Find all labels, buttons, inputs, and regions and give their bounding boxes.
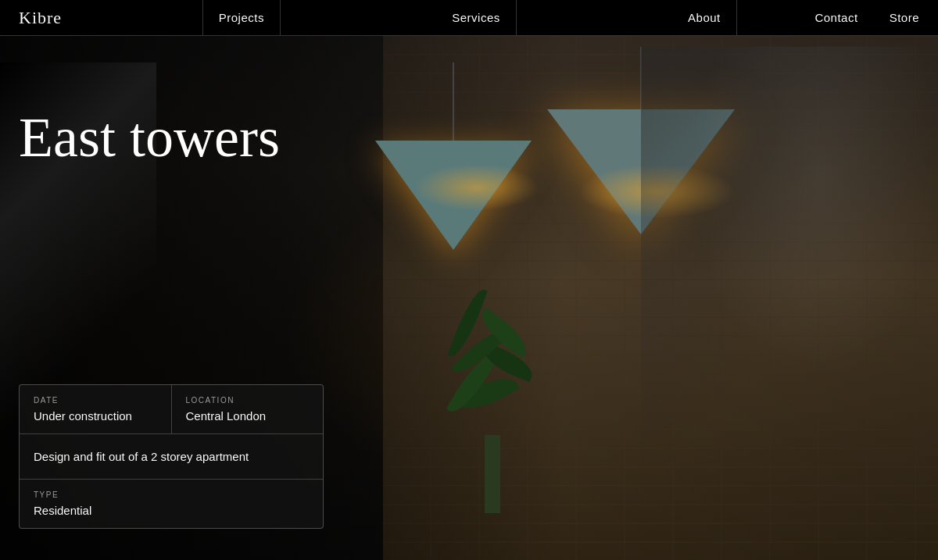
location-value: Central London (186, 409, 310, 423)
hero-section: East towers DATE Under construction LOCA… (0, 0, 938, 560)
type-label: TYPE (34, 490, 309, 499)
project-title: East towers (19, 109, 372, 166)
location-cell: LOCATION Central London (172, 385, 324, 433)
date-cell: DATE Under construction (20, 385, 172, 433)
nav-links: Projects Services About (124, 0, 814, 35)
logo[interactable]: Kibre (19, 8, 62, 28)
nav-item-store[interactable]: Store (890, 11, 919, 24)
project-description: Design and fit out of a 2 storey apartme… (34, 448, 309, 465)
info-top-row: DATE Under construction LOCATION Central… (20, 385, 323, 434)
nav-item-about[interactable]: About (672, 0, 737, 35)
plant-decoration (430, 294, 555, 513)
nav-item-contact[interactable]: Contact (814, 11, 857, 24)
plant-leaves (430, 294, 555, 451)
type-value: Residential (34, 504, 309, 517)
nav-right: Contact Store (814, 11, 919, 24)
description-row: Design and fit out of a 2 storey apartme… (20, 434, 323, 480)
wall-mural (641, 47, 938, 469)
location-label: LOCATION (186, 396, 310, 405)
date-value: Under construction (34, 409, 157, 423)
lamp-glow-left (414, 164, 539, 211)
type-row: TYPE Residential (20, 480, 323, 528)
date-label: DATE (34, 396, 157, 405)
info-card: DATE Under construction LOCATION Central… (19, 384, 324, 529)
nav-item-services[interactable]: Services (436, 0, 517, 35)
navigation: Kibre Projects Services About Contact St… (0, 0, 938, 36)
nav-item-projects[interactable]: Projects (202, 0, 281, 35)
